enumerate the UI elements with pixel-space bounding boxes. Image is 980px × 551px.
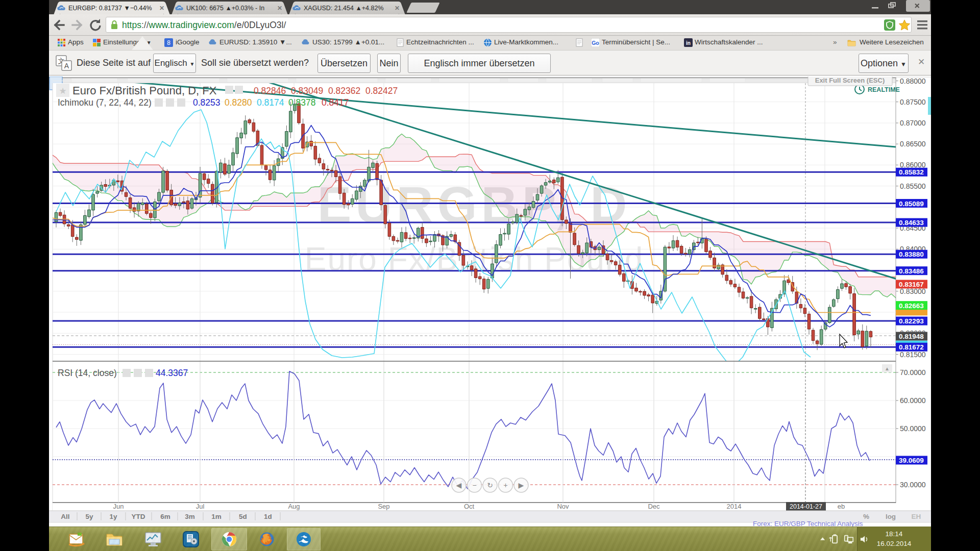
- svg-text:Dec: Dec: [648, 503, 660, 510]
- svg-text:0.84633: 0.84633: [899, 219, 924, 227]
- svg-text:All: All: [61, 513, 69, 520]
- svg-text:RSI (14, close): RSI (14, close): [58, 368, 117, 378]
- svg-text:Nov: Nov: [557, 503, 569, 510]
- svg-text:Aug: Aug: [288, 503, 300, 510]
- svg-text:0.82663: 0.82663: [899, 302, 924, 310]
- svg-text:Forex: EUR/GBP Technical Analy: Forex: EUR/GBP Technical Analysis: [753, 520, 863, 527]
- svg-text:0.85500: 0.85500: [900, 182, 926, 190]
- svg-text:in: in: [686, 40, 691, 46]
- svg-text:1m: 1m: [211, 513, 222, 520]
- svg-text:0.8417: 0.8417: [322, 97, 349, 108]
- svg-text:0.82846 0.83049 0.82362 0.8: 0.82846 0.83049 0.82362 0.82427: [254, 86, 398, 96]
- svg-text:Sep: Sep: [378, 503, 389, 510]
- svg-text:★: ★: [59, 86, 66, 96]
- svg-text:5d: 5d: [239, 513, 247, 520]
- svg-text:0.8253: 0.8253: [193, 97, 220, 108]
- svg-text:▶: ▶: [519, 481, 524, 489]
- svg-text:8: 8: [167, 39, 170, 46]
- svg-text:▲: ▲: [885, 366, 890, 371]
- svg-text:60.0000: 60.0000: [900, 396, 926, 405]
- svg-text:5y: 5y: [85, 513, 93, 520]
- svg-text:6m: 6m: [160, 513, 170, 520]
- svg-text:Euro Fx/British Pound, D, FX: Euro Fx/British Pound, D, FX: [72, 84, 217, 97]
- svg-text:44.3367: 44.3367: [156, 368, 188, 378]
- svg-text:A: A: [64, 62, 69, 70]
- svg-text:0.82293: 0.82293: [899, 317, 924, 325]
- svg-text:0.81948: 0.81948: [899, 333, 924, 340]
- svg-text:YTD: YTD: [132, 513, 145, 520]
- svg-text:eb: eb: [838, 503, 845, 510]
- svg-text:70.0000: 70.0000: [900, 368, 926, 377]
- svg-text:0.8174: 0.8174: [257, 97, 284, 108]
- svg-text:Jul: Jul: [196, 503, 205, 510]
- svg-text:0.8280: 0.8280: [225, 97, 252, 108]
- svg-text:39.0609: 39.0609: [899, 457, 924, 464]
- svg-text:0.83880: 0.83880: [899, 251, 924, 258]
- svg-text:log: log: [886, 513, 896, 520]
- svg-text:0.83486: 0.83486: [899, 267, 924, 275]
- svg-text:0.87000: 0.87000: [900, 119, 926, 127]
- svg-text:Ichimoku (7, 22, 44, 22): Ichimoku (7, 22, 44, 22): [58, 97, 152, 108]
- svg-text:Jun: Jun: [113, 503, 124, 510]
- svg-text:0.81500: 0.81500: [900, 350, 926, 359]
- svg-text:0.81672: 0.81672: [899, 343, 924, 351]
- svg-text:0.83167: 0.83167: [899, 281, 924, 288]
- svg-text:REALTIME: REALTIME: [868, 86, 900, 93]
- svg-text:0.85832: 0.85832: [899, 168, 924, 176]
- svg-text:Oct: Oct: [464, 503, 475, 510]
- svg-text:0.86500: 0.86500: [900, 140, 926, 148]
- svg-text:0.87500: 0.87500: [900, 98, 926, 106]
- svg-text:EH: EH: [912, 513, 921, 520]
- svg-text:+: +: [503, 481, 507, 489]
- svg-text:1d: 1d: [264, 513, 272, 520]
- svg-text:3m: 3m: [185, 513, 195, 520]
- svg-text:Go: Go: [592, 40, 599, 46]
- svg-text:↻: ↻: [487, 481, 493, 489]
- svg-text:1y: 1y: [109, 513, 117, 520]
- svg-text:Exit Full Screen (ESC): Exit Full Screen (ESC): [815, 77, 885, 84]
- svg-text:50.0000: 50.0000: [900, 424, 926, 433]
- svg-text:30.0000: 30.0000: [900, 481, 926, 489]
- svg-text:◀: ◀: [456, 481, 462, 489]
- svg-text:%: %: [863, 513, 869, 520]
- svg-text:2014: 2014: [727, 503, 742, 510]
- svg-text:0.85089: 0.85089: [899, 200, 924, 208]
- svg-text:2014-01-27: 2014-01-27: [790, 503, 822, 510]
- svg-text:0.8378: 0.8378: [288, 97, 316, 108]
- svg-text:−: −: [472, 481, 476, 489]
- svg-text:0.88000: 0.88000: [900, 77, 926, 85]
